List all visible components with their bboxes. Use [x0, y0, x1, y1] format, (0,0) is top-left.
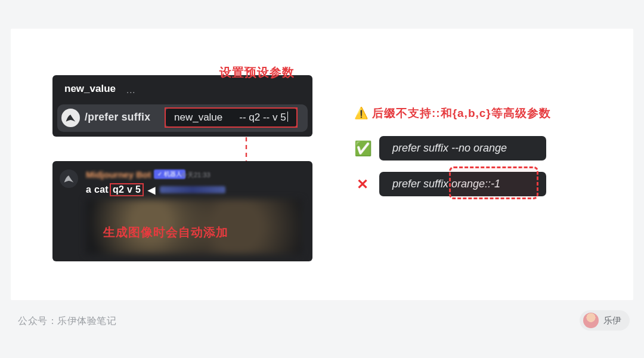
text-caret-icon	[287, 112, 288, 122]
param-name-pill: new_value	[166, 109, 231, 126]
author-chip[interactable]: 乐伊	[580, 310, 630, 331]
result-panel: Midjourney Bot ✓ 机器人 今天21:33 a cat q2 v …	[52, 161, 312, 261]
annotation-set-preset: 设置预设参数	[219, 64, 295, 81]
command-text: /prefer suffix	[85, 111, 150, 124]
author-avatar-icon	[583, 313, 599, 328]
warning-icon: ⚠️	[354, 107, 369, 119]
bot-username: Midjourney Bot	[86, 169, 151, 180]
field-label: new_value	[64, 83, 116, 95]
chevron-left-icon: ◀	[145, 184, 155, 196]
param-value-text: -- q2 -- v 5	[239, 112, 286, 123]
param-pill-group: new_value -- q2 -- v 5	[165, 107, 298, 128]
content-card: new_value ... /prefer suffix new_value -…	[11, 29, 633, 300]
example-valid: ✅ prefer suffix --no orange	[354, 136, 546, 161]
blurred-text	[160, 186, 225, 193]
rules-title-text: 后缀不支持::和{a,b,c}等高级参数	[372, 107, 551, 119]
annotation-auto-added: 生成图像时会自动添加	[103, 224, 228, 240]
param-value-pill[interactable]: -- q2 -- v 5	[231, 107, 297, 128]
author-name: 乐伊	[603, 315, 621, 326]
midjourney-avatar-icon	[61, 109, 80, 127]
prompt-plain: a cat	[86, 184, 109, 195]
prompt-highlight: q2 v 5	[110, 183, 144, 196]
example-valid-text: prefer suffix --no orange	[379, 136, 546, 161]
cross-icon: ✕	[354, 176, 371, 193]
invalid-highlight-box	[449, 166, 538, 199]
rules-title: ⚠️后缀不支持::和{a,b,c}等高级参数	[354, 106, 551, 121]
ellipsis: ...	[126, 85, 136, 95]
footer-credit: 公众号：乐伊体验笔记	[18, 315, 116, 328]
command-input-bar[interactable]: /prefer suffix new_value -- q2 -- v 5	[57, 104, 308, 132]
bot-timestamp: 今天21:33	[181, 171, 210, 180]
check-icon: ✅	[354, 140, 371, 157]
prompt-row: a cat q2 v 5 ◀	[86, 183, 225, 196]
command-panel: new_value ... /prefer suffix new_value -…	[52, 75, 312, 137]
midjourney-avatar-icon	[60, 169, 78, 188]
